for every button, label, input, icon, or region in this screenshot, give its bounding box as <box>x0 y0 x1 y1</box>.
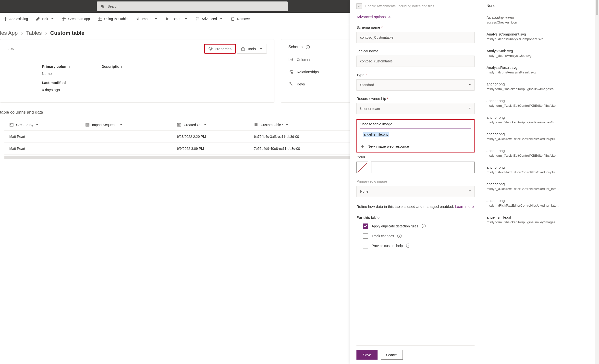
tools-button[interactable]: Tools <box>237 44 267 54</box>
dropdown-option-name: AnalysisResult.svg <box>487 65 594 70</box>
search-input[interactable]: Search <box>97 1 288 11</box>
info-icon[interactable]: i <box>397 234 402 238</box>
search-placeholder: Search <box>108 4 118 8</box>
dropdown-option[interactable]: AnalysisResult.svgmsdyn_/Icons/AnalysisR… <box>481 62 599 79</box>
dropdown-option[interactable]: anchor.pngmsdyn_/RichTextEditorControl/l… <box>481 162 599 178</box>
gear-icon <box>208 47 213 51</box>
svg-rect-2 <box>62 19 64 21</box>
chevron-down-icon <box>204 123 207 126</box>
dropdown-option[interactable]: AnalysisJob.svgmsdyn_/Icons/AnalysisJob.… <box>481 45 599 62</box>
using-table-button[interactable]: Using this table <box>95 14 131 23</box>
dropdown-option-path: msdyn_/RichTextEditorControl/libs/ckedit… <box>487 136 594 141</box>
info-icon[interactable]: i <box>406 244 410 248</box>
custom-help-checkbox[interactable] <box>363 243 368 248</box>
svg-point-8 <box>196 19 197 20</box>
choose-image-highlight: Choose table image angel_smile.png New i… <box>356 119 475 153</box>
dropdown-option[interactable]: anchor.pngmsdyncrm_/libs/ckeditor/plugin… <box>481 79 599 95</box>
chevron-down-icon <box>184 17 187 20</box>
chevron-down-icon <box>120 123 123 126</box>
dropdown-option[interactable]: anchor.pngmsdyn_/RichTextEditorControl/l… <box>481 195 599 212</box>
last-modified-value: 6 days ago <box>42 88 70 94</box>
table-cell: 6/23/2022 2:20 PM <box>172 131 249 143</box>
dropdown-option-name: angel_smile.gif <box>487 215 594 219</box>
edit-button[interactable]: Edit <box>33 14 57 23</box>
chevron-down-icon <box>259 47 263 51</box>
dropdown-option-name: anchor.png <box>487 132 594 136</box>
svg-rect-1 <box>64 17 66 19</box>
breadcrumb-sep: › <box>21 30 23 36</box>
chevron-down-icon <box>286 123 289 126</box>
create-app-button[interactable]: Create an app <box>59 14 93 23</box>
track-changes-checkbox[interactable] <box>363 233 368 239</box>
dropdown-option-path: msdyncrm_/AssistEditControl/KBEditor/lib… <box>487 103 594 107</box>
import-button[interactable]: Import <box>133 14 160 23</box>
dropdown-option[interactable]: anchor.pngmsdyn_/RichTextEditorControl/l… <box>481 178 599 195</box>
breadcrumb-current: Custom table <box>50 30 84 36</box>
column-header[interactable]: 123Import Sequen... <box>80 119 172 131</box>
last-modified-label: Last modified <box>42 81 70 85</box>
breadcrumb-tables[interactable]: Tables <box>26 30 42 36</box>
dropdown-option[interactable]: anchor.pngmsdyncrm_/AssistEditControl/KB… <box>481 145 599 162</box>
schema-title: Schema <box>288 45 303 49</box>
save-button[interactable]: Save <box>356 350 378 360</box>
svg-rect-0 <box>62 17 64 19</box>
svg-rect-9 <box>241 48 245 50</box>
breadcrumb-app[interactable]: les App <box>0 30 18 36</box>
dropdown-option-path: msdyncrm_/libs/ckeditor/plugins/smiley/i… <box>487 219 594 224</box>
svg-point-14 <box>292 70 293 71</box>
apply-duplicate-checkbox[interactable] <box>363 223 368 229</box>
dropdown-option-path: msdyncrm_/AssistEditControl/KBEditor/lib… <box>487 153 594 157</box>
chevron-up-icon <box>388 15 391 19</box>
horizontal-scrollbar[interactable] <box>4 156 357 159</box>
enable-attachments-label: Enable attachments (including notes and … <box>365 4 434 8</box>
export-button[interactable]: Export <box>162 14 190 23</box>
primary-column-label: Primary column <box>42 64 70 69</box>
schema-name-label: Schema name* <box>356 25 475 32</box>
info-icon[interactable]: i <box>422 224 426 228</box>
column-header[interactable]: Custom table * <box>249 119 357 131</box>
new-image-resource-button[interactable]: New image web resource <box>360 140 471 148</box>
dropdown-option[interactable]: None <box>481 0 599 12</box>
logical-name-input <box>356 56 475 67</box>
dropdown-option[interactable]: AnalysisComponent.svgmsdyn_/Icons/Analys… <box>481 29 599 45</box>
search-icon <box>101 4 105 8</box>
dropdown-option[interactable]: anchor.pngmsdyncrm_/AssistEditControl/KB… <box>481 95 599 112</box>
chevron-down-icon <box>220 17 223 20</box>
table-cell: 7b55b4d9-40e8-ec11-bb3c-00 <box>249 143 357 155</box>
svg-text:123: 123 <box>86 124 89 126</box>
enable-attachments-checkbox <box>356 3 362 9</box>
learn-more-link[interactable]: Learn more <box>455 204 474 209</box>
advanced-button[interactable]: Advanced <box>192 14 226 23</box>
add-existing-button[interactable]: Add existing <box>0 14 31 23</box>
svg-point-13 <box>289 70 290 71</box>
dropdown-option[interactable]: anchor.pngmsdyn_/RichTextEditorControl/l… <box>481 129 599 145</box>
info-icon <box>306 45 310 49</box>
table-cell: 6a794b4c-3af3-ec11-bb3d-00 <box>249 131 357 143</box>
table-row[interactable]: Matt Peart6/23/2022 2:20 PM6a794b4c-3af3… <box>4 131 357 143</box>
dropdown-option-name: anchor.png <box>487 99 594 103</box>
choose-image-select[interactable]: angel_smile.png <box>360 129 471 140</box>
remove-button[interactable]: Remove <box>228 14 253 23</box>
chevron-down-icon <box>468 107 472 110</box>
dropdown-option[interactable]: anchor.pngmsdyncrm_/libs/ckeditor/plugin… <box>481 112 599 129</box>
properties-title: ties <box>0 47 14 51</box>
column-type-icon <box>254 123 258 127</box>
record-ownership-label: Record ownership* <box>356 96 475 103</box>
color-input[interactable] <box>371 162 475 173</box>
svg-point-6 <box>196 17 197 18</box>
color-swatch[interactable] <box>356 162 368 173</box>
advanced-options-toggle[interactable]: Advanced options <box>356 10 475 23</box>
dropdown-option-path: msdyn_/RichTextEditorControl/libs/ckedit… <box>487 186 594 191</box>
cancel-button[interactable]: Cancel <box>381 350 403 360</box>
table-row[interactable]: Matt Peart6/9/2022 3:09 PM7b55b4d9-40e8-… <box>4 143 357 155</box>
vertical-scrollbar[interactable] <box>595 0 599 364</box>
dropdown-option-path: msdyncrm_/libs/ckeditor/plugins/link/ima… <box>487 119 594 124</box>
column-header[interactable]: 31Created On <box>172 119 249 131</box>
column-header[interactable]: Created By <box>4 119 80 131</box>
primary-column-value: Name <box>42 71 70 78</box>
properties-button[interactable]: Properties <box>204 44 236 54</box>
dropdown-option[interactable]: angel_smile.gifmsdyncrm_/libs/ckeditor/p… <box>481 212 599 228</box>
dropdown-option[interactable]: No display nameaccessChecker_icon <box>481 12 599 29</box>
svg-point-7 <box>198 18 198 19</box>
dropdown-option-name: AnalysisJob.svg <box>487 49 594 53</box>
